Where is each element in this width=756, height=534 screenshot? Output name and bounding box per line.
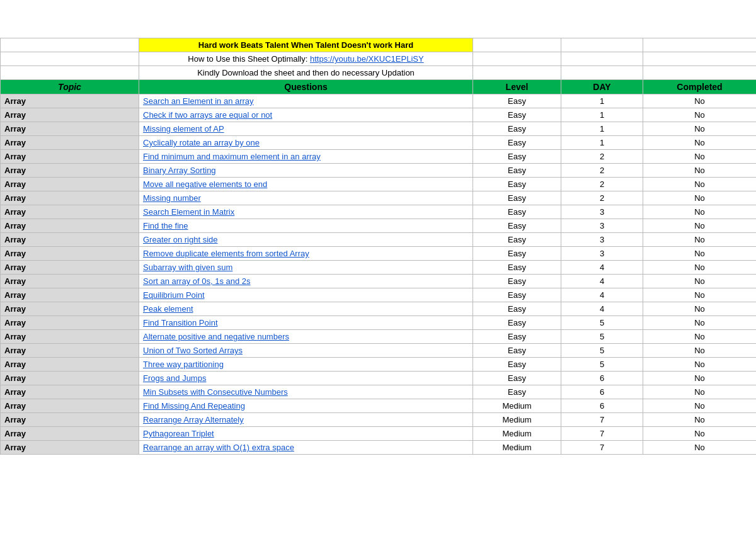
question-link[interactable]: Find minimum and maximum element in an a… [143,152,321,161]
question-link[interactable]: Find the fine [143,221,188,230]
level-cell: Easy [473,108,561,122]
question-cell: Rearrange Array Alternately [139,413,473,427]
question-cell: Missing element of AP [139,122,473,136]
question-cell: Check if two arrays are equal or not [139,108,473,122]
question-cell: Subarray with given sum [139,261,473,275]
question-cell: Sort an array of 0s, 1s and 2s [139,275,473,288]
question-link[interactable]: Search Element in Matrix [143,207,234,217]
question-cell: Binary Array Sorting [139,164,473,178]
question-cell: Equilibrium Point [139,288,473,302]
completed-cell: No [643,178,757,191]
question-link[interactable]: Pythagorean Triplet [143,429,214,438]
level-cell: Easy [473,150,561,164]
question-link[interactable]: Subarray with given sum [143,263,232,272]
question-cell: Alternate positive and negative numbers [139,330,473,344]
question-link[interactable]: Missing element of AP [143,124,224,134]
level-cell: Easy [473,136,561,150]
level-cell: Medium [473,427,561,441]
question-link[interactable]: Missing number [143,193,201,203]
topic-cell: Array [1,413,139,427]
day-cell: 1 [561,94,643,108]
table-row: ArrayGreater on right sideEasy3No [1,233,757,247]
question-link[interactable]: Search an Element in an array [143,96,254,106]
completed-cell: No [643,399,757,413]
question-link[interactable]: Union of Two Sorted Arrays [143,346,243,355]
level-cell: Easy [473,247,561,261]
question-cell: Union of Two Sorted Arrays [139,344,473,358]
completed-cell: No [643,191,757,205]
table-row: ArraySort an array of 0s, 1s and 2sEasy4… [1,275,757,288]
completed-cell: No [643,330,757,344]
topic-cell: Array [1,150,139,164]
topic-cell: Array [1,316,139,330]
table-row: ArrayRearrange an array with O(1) extra … [1,441,757,455]
level-cell: Easy [473,302,561,316]
question-cell: Find Transition Point [139,316,473,330]
table-row: ArrayEquilibrium PointEasy4No [1,288,757,302]
completed-cell: No [643,219,757,233]
question-link[interactable]: Peak element [143,304,193,314]
question-link[interactable]: Greater on right side [143,235,218,244]
completed-cell: No [643,247,757,261]
header-topic: Topic [1,80,139,94]
level-cell: Easy [473,385,561,399]
question-cell: Remove duplicate elements from sorted Ar… [139,247,473,261]
day-cell: 7 [561,441,643,455]
level-cell: Easy [473,178,561,191]
table-row: ArrayFrogs and JumpsEasy6No [1,372,757,385]
table-row: ArrayPythagorean TripletMedium7No [1,427,757,441]
banner-link-row: How to Use this Sheet Optimally: https:/… [139,52,473,66]
completed-cell: No [643,122,757,136]
day-cell: 4 [561,275,643,288]
day-cell: 6 [561,399,643,413]
completed-cell: No [643,413,757,427]
level-cell: Easy [473,261,561,275]
question-link[interactable]: Alternate positive and negative numbers [143,332,289,341]
topic-cell: Array [1,205,139,219]
question-link[interactable]: Move all negative elements to end [143,179,267,189]
question-link[interactable]: Find Transition Point [143,318,218,327]
question-cell: Find the fine [139,219,473,233]
question-link[interactable]: Binary Array Sorting [143,166,216,175]
topic-cell: Array [1,385,139,399]
topic-cell: Array [1,247,139,261]
completed-cell: No [643,316,757,330]
question-cell: Peak element [139,302,473,316]
question-cell: Find Missing And Repeating [139,399,473,413]
question-cell: Greater on right side [139,233,473,247]
day-cell: 3 [561,219,643,233]
level-cell: Easy [473,122,561,136]
question-link[interactable]: Three way partitioning [143,360,224,369]
day-cell: 4 [561,261,643,275]
day-cell: 3 [561,247,643,261]
level-cell: Easy [473,316,561,330]
level-cell: Easy [473,233,561,247]
question-link[interactable]: Min Subsets with Consecutive Numbers [143,387,288,397]
topic-cell: Array [1,302,139,316]
table-row: ArraySubarray with given sumEasy4No [1,261,757,275]
question-cell: Pythagorean Triplet [139,427,473,441]
day-cell: 4 [561,302,643,316]
question-cell: Search Element in Matrix [139,205,473,219]
banner-link-text: How to Use this Sheet Optimally: [188,54,310,64]
topic-cell: Array [1,233,139,247]
table-row: ArrayUnion of Two Sorted ArraysEasy5No [1,344,757,358]
question-link[interactable]: Find Missing And Repeating [143,401,245,411]
question-link[interactable]: Remove duplicate elements from sorted Ar… [143,249,309,258]
question-link[interactable]: Frogs and Jumps [143,373,206,383]
completed-cell: No [643,261,757,275]
table-row: ArrayAlternate positive and negative num… [1,330,757,344]
question-link[interactable]: Sort an array of 0s, 1s and 2s [143,276,251,286]
question-link[interactable]: Equilibrium Point [143,290,205,300]
question-link[interactable]: Rearrange an array with O(1) extra space [143,443,294,452]
topic-cell: Array [1,108,139,122]
completed-cell: No [643,164,757,178]
header-level: Level [473,80,561,94]
question-link[interactable]: Rearrange Array Alternately [143,415,244,424]
question-link[interactable]: Check if two arrays are equal or not [143,110,272,120]
topic-cell: Array [1,441,139,455]
banner-link[interactable]: https://youtu.be/XKUC1EPLiSY [310,54,424,64]
table-row: ArrayCyclically rotate an array by oneEa… [1,136,757,150]
question-link[interactable]: Cyclically rotate an array by one [143,138,260,147]
header-row: Topic Questions Level DAY Completed [1,80,757,94]
